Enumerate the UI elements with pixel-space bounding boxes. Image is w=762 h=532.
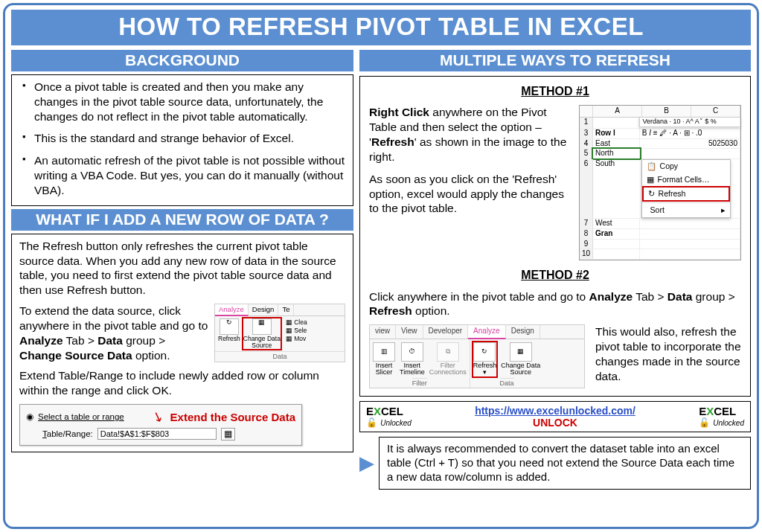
radio-select-range[interactable]: ◉ xyxy=(26,411,33,423)
method2-label: METHOD #2 xyxy=(369,268,741,283)
ribbon-group-data: Data xyxy=(215,351,345,362)
tab-developer[interactable]: Developer xyxy=(423,325,469,339)
tab-view[interactable]: View xyxy=(396,325,423,339)
refresh-icon: ↻ xyxy=(648,189,655,199)
ribbon-change-data-source[interactable]: ▦Change Data Source xyxy=(501,342,540,376)
change-data-source-icon: ▦ xyxy=(252,318,272,335)
tip-row: ▶ It is always recommended to convert th… xyxy=(359,437,751,489)
newrow-box: The Refresh button only refreshes the cu… xyxy=(11,234,353,452)
filter-connections-icon: ⧉ xyxy=(437,342,459,362)
ribbon-refresh-small[interactable]: ↻ Refresh xyxy=(218,318,240,349)
method1-p2: As soon as you click on the 'Refresh' op… xyxy=(369,172,572,216)
tab-design[interactable]: Design xyxy=(249,304,279,315)
tab-te[interactable]: Te xyxy=(278,304,294,315)
method2-p1: Click anywhere in the pivot table and go… xyxy=(369,289,741,319)
columns: BACKGROUND Once a pivot table is created… xyxy=(11,50,751,521)
ctx-copy[interactable]: 📋Copy xyxy=(642,160,730,173)
background-box: Once a pivot table is created and then y… xyxy=(11,74,353,206)
arrow-icon: ↘ xyxy=(149,407,165,427)
methods-box: METHOD #1 Right Click anywhere on the Pi… xyxy=(359,76,751,397)
ribbon-change-data-source[interactable]: ▦ Change Data Source xyxy=(243,318,281,349)
copy-icon: 📋 xyxy=(647,161,656,171)
bg-bullet-3: An automatic refresh of the pivot table … xyxy=(22,153,345,197)
unlock-label: UNLOCK xyxy=(533,417,577,429)
multiple-ways-heading: MULTIPLE WAYS TO REFRESH xyxy=(359,50,751,71)
tab-analyze[interactable]: Analyze xyxy=(468,325,506,339)
right-column: MULTIPLE WAYS TO REFRESH METHOD #1 Right… xyxy=(359,50,751,521)
refresh-icon: ↻ xyxy=(220,318,239,335)
site-link[interactable]: https://www.excelunlocked.com/ xyxy=(475,405,635,417)
excelunlocked-logo-right: EXCEL🔓 Unlocked xyxy=(699,406,744,428)
page-title: HOW TO REFRESH PIVOT TABLE IN EXCEL xyxy=(11,10,751,45)
ribbon-insert-slicer[interactable]: ▥Insert Slicer xyxy=(373,342,395,376)
bg-bullet-1: Once a pivot table is created and then y… xyxy=(22,80,345,124)
footer-row: EXCEL🔓 Unlocked https://www.excelunlocke… xyxy=(359,401,751,432)
ribbon-group-data: Data xyxy=(500,378,514,388)
range-picker-icon[interactable]: ▦ xyxy=(221,428,235,440)
table-range-label: Table/Range: xyxy=(42,429,93,440)
ribbon-insert-timeline[interactable]: ⏱Insert Timeline xyxy=(400,342,425,376)
left-column: BACKGROUND Once a pivot table is created… xyxy=(11,50,353,521)
excel-screenshot: A B C 1Verdana · 10 · A^ A˅ $ % 3Row lB … xyxy=(579,105,741,260)
analyze-ribbon: view View Developer Analyze Design ▥Inse… xyxy=(369,324,585,388)
tab-analyze[interactable]: Analyze xyxy=(215,304,249,316)
bg-bullet-2: This is the standard and strange behavio… xyxy=(22,131,345,146)
background-heading: BACKGROUND xyxy=(11,50,353,71)
ribbon-side-items: ▦ Clea ▦ Sele ▦ Mov xyxy=(284,318,307,349)
ribbon-refresh[interactable]: ↻Refresh▾ xyxy=(473,342,497,376)
page-frame: HOW TO REFRESH PIVOT TABLE IN EXCEL BACK… xyxy=(3,3,759,529)
excelunlocked-logo-left: EXCEL🔓 Unlocked xyxy=(366,406,412,428)
tab-design[interactable]: Design xyxy=(506,325,540,339)
extend-note: Extend the Source Data xyxy=(170,410,295,424)
ribbon-group-filter: Filter xyxy=(412,378,427,388)
refresh-icon: ↻ xyxy=(473,342,496,362)
ribbon-filter-connections[interactable]: ⧉Filter Connections xyxy=(429,342,467,376)
format-cells-icon: ▦ xyxy=(647,175,654,185)
select-range-label: Select a table or range xyxy=(38,411,124,423)
tip-box: It is always recommended to convert the … xyxy=(379,437,751,489)
tip-arrow-icon: ▶ xyxy=(359,437,374,489)
newrow-p3: Extend Table/Range to include newly adde… xyxy=(19,368,345,398)
change-data-source-icon: ▦ xyxy=(510,342,532,362)
timeline-icon: ⏱ xyxy=(401,342,423,362)
ctx-format-cells[interactable]: ▦Format Cells… xyxy=(642,173,730,186)
ctx-sort[interactable]: Sort▸ xyxy=(642,204,730,217)
context-menu[interactable]: 📋Copy ▦Format Cells… ↻Refresh Sort▸ xyxy=(641,159,731,218)
range-dialog: ◉ Select a table or range ↘ Extend the S… xyxy=(19,404,302,446)
method1-label: METHOD #1 xyxy=(369,84,741,99)
ctx-refresh[interactable]: ↻Refresh xyxy=(642,186,730,202)
method2-p2: This would also, refresh the pivot table… xyxy=(595,324,741,383)
table-range-input[interactable] xyxy=(97,428,217,440)
tab-view-partial[interactable]: view xyxy=(370,325,396,339)
newrow-heading: WHAT IF I ADD A NEW ROW OF DATA ? xyxy=(11,209,353,231)
slicer-icon: ▥ xyxy=(373,342,395,362)
method1-p1: Right Click anywhere on the Pivot Table … xyxy=(369,105,572,164)
change-source-ribbon: Analyze Design Te ↻ Refresh ▦ Change Dat… xyxy=(214,304,345,362)
newrow-p1: The Refresh button only refreshes the cu… xyxy=(19,239,345,298)
